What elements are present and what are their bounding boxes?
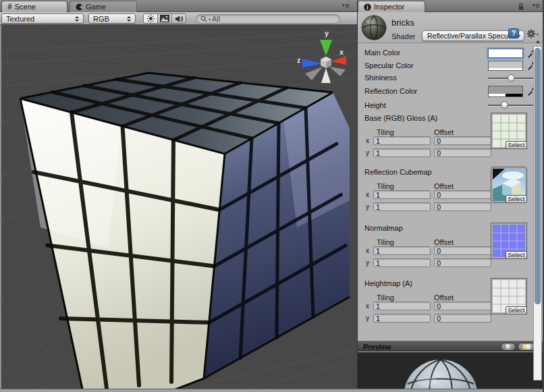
scene-search-field[interactable]: ▾: [196, 14, 340, 24]
x-axis-label: x: [366, 302, 369, 310]
scroll-down-icon[interactable]: ▼: [533, 381, 543, 389]
sphere-icon: [506, 344, 511, 349]
x-axis-label: x: [366, 137, 369, 144]
lighting-toggle-button[interactable]: [143, 13, 158, 24]
scrollbar-thumb[interactable]: [535, 48, 541, 304]
select-texture-button[interactable]: Select: [506, 195, 527, 203]
inspector-panel: i Inspector ▾ ≡: [358, 0, 544, 392]
select-texture-button[interactable]: Select: [506, 141, 527, 149]
offset-y-field[interactable]: [434, 202, 491, 211]
tiling-y-field[interactable]: [373, 202, 431, 211]
tiling-header: Tiling: [377, 293, 394, 302]
y-axis-label: y: [366, 314, 369, 322]
tiling-x-field[interactable]: [373, 190, 431, 199]
preview-sphere: [358, 352, 535, 389]
texture-section-reflection-cubemap: Reflection Cubemap Tiling Offset x y: [358, 167, 544, 219]
reflection-cubemap-thumbnail[interactable]: Select: [491, 167, 527, 203]
tab-inspector-label: Inspector: [374, 3, 404, 11]
shininess-slider-knob[interactable]: [508, 74, 515, 82]
scene-viewport[interactable]: y z x: [0, 25, 357, 392]
select-texture-button[interactable]: Select: [506, 251, 527, 259]
preview-shape-button[interactable]: [501, 343, 516, 351]
scene-panel-menu-icon[interactable]: ▾ ≡: [342, 2, 350, 9]
lock-icon[interactable]: [517, 2, 525, 11]
x-axis-label: x: [366, 191, 369, 198]
offset-x-field[interactable]: [434, 136, 491, 145]
normalmap-texture-thumbnail[interactable]: Select: [491, 223, 527, 259]
offset-y-field[interactable]: [434, 258, 491, 267]
search-filter-caret-icon: ▾: [209, 17, 211, 22]
texture-label: Normalmap: [364, 224, 403, 232]
updown-arrows-icon: [127, 16, 132, 22]
specular-color-label: Specular Color: [364, 61, 414, 69]
tiling-y-field[interactable]: [373, 314, 431, 323]
inspector-panel-menu-icon[interactable]: ▾ ≡: [533, 2, 540, 9]
viewport-left-edge: [0, 25, 1, 392]
color-channel-dropdown[interactable]: RGB: [88, 13, 136, 24]
offset-header: Offset: [434, 238, 454, 246]
height-slider[interactable]: [488, 101, 539, 109]
help-button[interactable]: ?: [508, 28, 519, 38]
gizmo-y-axis[interactable]: [320, 40, 332, 56]
specular-color-swatch[interactable]: [488, 61, 523, 71]
height-label: Height: [364, 101, 386, 109]
gizmo-x-label: x: [339, 48, 344, 56]
tiling-x-field[interactable]: [373, 302, 431, 310]
tab-game[interactable]: Game: [70, 1, 137, 12]
search-input[interactable]: [212, 15, 335, 23]
preview-area[interactable]: [358, 352, 544, 389]
preview-title: Preview: [363, 343, 391, 351]
heightmap-texture-thumbnail[interactable]: Select: [491, 278, 527, 314]
tiling-x-field[interactable]: [373, 136, 431, 145]
texture-label: Base (RGB) Gloss (A): [364, 114, 437, 122]
scroll-up-icon[interactable]: ▲: [533, 38, 543, 46]
info-icon: i: [364, 3, 371, 11]
scene-toolbar: Textured RGB: [0, 12, 357, 25]
speaker-icon: [175, 15, 184, 23]
tiling-x-field[interactable]: [373, 246, 431, 255]
shininess-slider[interactable]: [488, 74, 539, 82]
tiling-header: Tiling: [377, 238, 394, 246]
image-icon: [160, 15, 169, 22]
svg-text:i: i: [366, 3, 368, 10]
tab-scene-label: Scene: [15, 3, 36, 11]
render-mode-button[interactable]: [157, 13, 172, 24]
draw-mode-dropdown[interactable]: Textured: [1, 13, 84, 24]
offset-header: Offset: [434, 182, 454, 190]
game-icon: [76, 3, 83, 11]
tab-inspector[interactable]: i Inspector: [358, 1, 425, 12]
tiling-y-field[interactable]: [373, 258, 431, 267]
select-texture-button[interactable]: Select: [506, 306, 527, 314]
main-color-label: Main Color: [364, 49, 400, 57]
main-color-swatch[interactable]: [488, 49, 523, 58]
y-axis-label: y: [366, 203, 369, 211]
material-preview-thumbnail: [360, 14, 387, 41]
tiling-y-field[interactable]: [373, 148, 431, 157]
scrollbar-track[interactable]: [533, 46, 542, 381]
y-axis-label: y: [366, 149, 369, 157]
window-bottom-frame: [0, 389, 544, 392]
audio-toggle-button[interactable]: [171, 13, 186, 24]
offset-x-field[interactable]: [434, 302, 491, 310]
height-slider-knob[interactable]: [501, 101, 508, 109]
y-axis-label: y: [366, 259, 369, 267]
preview-header[interactable]: Preview: [358, 341, 544, 352]
base-gloss-texture-thumbnail[interactable]: Select: [491, 113, 527, 149]
offset-x-field[interactable]: [434, 190, 491, 199]
reflection-color-swatch[interactable]: [488, 86, 523, 97]
light-off-icon: [526, 344, 531, 349]
tab-scene[interactable]: # Scene: [1, 1, 67, 12]
texture-label: Heightmap (A): [364, 279, 412, 287]
tiling-header: Tiling: [377, 182, 394, 190]
cube-object[interactable]: [20, 73, 350, 392]
texture-section-normalmap: Normalmap Tiling Offset x y: [358, 223, 544, 275]
scene-grid-icon: #: [7, 2, 12, 11]
offset-y-field[interactable]: [434, 314, 491, 323]
offset-x-field[interactable]: [434, 246, 491, 255]
gizmo-z-axis[interactable]: [302, 59, 322, 67]
inspector-tabbar: i Inspector ▾ ≡: [358, 0, 544, 12]
inspector-scrollbar[interactable]: ▲ ▼: [533, 38, 543, 389]
offset-y-field[interactable]: [434, 148, 491, 157]
gizmo-x-axis[interactable]: [331, 56, 346, 65]
orientation-gizmo[interactable]: y z x: [297, 29, 346, 83]
